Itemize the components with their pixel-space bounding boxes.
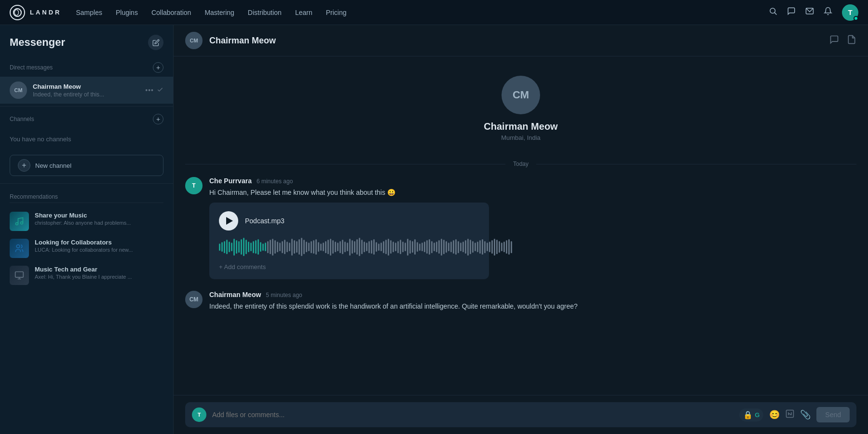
chat-contact-avatar: CM (185, 32, 203, 49)
channels-section-header: Channels + (0, 109, 173, 128)
new-channel-label: New channel (35, 162, 71, 169)
rec-music-tech-preview: Axel: Hi, Thank you Blaine I appreciate … (35, 274, 132, 280)
nav-plugins[interactable]: Plugins (116, 9, 138, 16)
rec-music-tech[interactable]: Music Tech and Gear Axel: Hi, Thank you … (10, 262, 163, 289)
gif-icon[interactable] (786, 409, 794, 420)
chat-header-left: CM Chairman Meow (185, 32, 276, 49)
rec-collaborators[interactable]: Looking for Collaborators LUCA: Looking … (10, 235, 163, 262)
add-dm-button[interactable]: + (153, 62, 163, 73)
dm-name: Chairman Meow (33, 83, 139, 90)
profile-name: Chairman Meow (484, 121, 557, 132)
profile-avatar: CM (502, 76, 540, 114)
plus-circle-icon: + (18, 159, 30, 172)
svg-point-5 (16, 223, 18, 225)
file-icon[interactable] (847, 35, 856, 47)
svg-point-7 (16, 245, 20, 248)
divider (0, 106, 173, 107)
chat-input[interactable] (212, 411, 733, 419)
svg-line-3 (774, 13, 776, 14)
msg-header-1: Che Purrvara 6 minutes ago (209, 177, 856, 185)
input-avatar: T (192, 407, 206, 422)
top-navigation: LANDR Samples Plugins Collaboration Mast… (0, 0, 868, 25)
msg-text-2: Indeed, the entirety of this splendid wo… (209, 301, 856, 312)
rec-thumb-share (10, 212, 29, 231)
waveform (219, 237, 479, 257)
nav-mastering[interactable]: Mastering (204, 9, 234, 16)
msg-sender-2: Chairman Meow (209, 291, 261, 298)
mail-icon[interactable] (805, 7, 814, 18)
grammarly-g-icon: G (755, 411, 760, 419)
direct-messages-section-header: Direct messages + (0, 57, 173, 77)
contact-profile: CM Chairman Meow Mumbai, India (185, 56, 856, 156)
main-layout: Messenger Direct messages + CM Chairman … (0, 25, 868, 434)
chat-body: CM Chairman Meow Mumbai, India Today T C… (174, 56, 868, 395)
chat-input-container: T 🔒 G 😊 📎 Send (185, 402, 856, 427)
rec-thumb-music (10, 266, 29, 285)
message-group-1: T Che Purrvara 6 minutes ago Hi Chairman… (185, 177, 856, 279)
msg-avatar-t: T (185, 177, 203, 194)
nav-learn[interactable]: Learn (295, 9, 312, 16)
audio-player: Podcast.mp3 + Add comments (209, 203, 489, 279)
msg-text-1: Hi Chairman, Please let me know what you… (209, 188, 856, 198)
attachment-icon[interactable]: 📎 (800, 409, 811, 420)
rec-collab-info: Looking for Collaborators LUCA: Looking … (35, 239, 133, 253)
divider-2 (0, 183, 173, 184)
dm-preview: Indeed, the entirety of this... (33, 91, 139, 98)
add-channel-button[interactable]: + (153, 114, 163, 124)
read-receipt-icon (157, 86, 163, 95)
send-button[interactable]: Send (816, 407, 850, 422)
nav-samples[interactable]: Samples (76, 9, 102, 16)
dm-avatar: CM (10, 81, 27, 99)
emoji-icon[interactable]: 😊 (769, 409, 780, 420)
msg-sender-1: Che Purrvara (209, 177, 252, 185)
chat-header-actions (829, 35, 856, 47)
chat-bubble-icon[interactable] (829, 35, 839, 47)
recommendations-title: Recommendations (10, 193, 163, 203)
rec-share-preview: christopher: Also anyone had problems... (35, 220, 131, 226)
msg-content-1: Che Purrvara 6 minutes ago Hi Chairman, … (209, 177, 856, 279)
logo[interactable]: LANDR (10, 5, 62, 20)
input-actions: 🔒 G 😊 📎 Send (739, 407, 850, 422)
compose-button[interactable] (148, 35, 163, 50)
dm-actions: ••• (145, 86, 163, 95)
add-comments-button[interactable]: + Add comments (219, 263, 479, 271)
rec-share-name: Share your Music (35, 212, 131, 219)
rec-share-info: Share your Music christopher: Also anyon… (35, 212, 131, 226)
online-indicator (854, 16, 858, 21)
rec-collab-name: Looking for Collaborators (35, 239, 133, 246)
no-channels-text: You have no channels (0, 128, 173, 150)
svg-rect-8 (15, 272, 24, 278)
sidebar-header: Messenger (0, 25, 173, 57)
bell-icon[interactable] (824, 7, 832, 18)
svg-point-0 (14, 8, 22, 16)
user-avatar[interactable]: T (842, 4, 858, 21)
audio-top: Podcast.mp3 (219, 211, 479, 231)
recommendations-section: Recommendations Share your Music christo… (0, 186, 173, 294)
svg-point-6 (21, 222, 23, 224)
msg-time-1: 6 minutes ago (257, 178, 293, 185)
date-line-left (185, 164, 505, 164)
play-button[interactable] (219, 211, 238, 231)
more-options-icon[interactable]: ••• (145, 86, 154, 94)
profile-location: Mumbai, India (501, 134, 541, 141)
nav-collaboration[interactable]: Collaboration (151, 9, 191, 16)
search-icon[interactable] (769, 7, 777, 18)
play-icon (226, 217, 233, 225)
chat-area: CM Chairman Meow CM Chairman Meow (174, 25, 868, 434)
dm-chairman-meow[interactable]: CM Chairman Meow Indeed, the entirety of… (0, 77, 173, 104)
chat-icon[interactable] (787, 7, 796, 18)
audio-filename: Podcast.mp3 (245, 217, 285, 225)
nav-links: Samples Plugins Collaboration Mastering … (76, 9, 769, 16)
rec-share-music[interactable]: Share your Music christopher: Also anyon… (10, 208, 163, 235)
logo-icon (10, 5, 25, 20)
rec-music-tech-info: Music Tech and Gear Axel: Hi, Thank you … (35, 266, 132, 280)
new-channel-button[interactable]: + New channel (10, 155, 163, 176)
sidebar: Messenger Direct messages + CM Chairman … (0, 25, 174, 434)
message-group-2: CM Chairman Meow 5 minutes ago Indeed, t… (185, 291, 856, 312)
date-divider: Today (185, 156, 856, 177)
grammarly-badge[interactable]: 🔒 G (739, 408, 763, 421)
rec-music-tech-name: Music Tech and Gear (35, 266, 132, 273)
chat-header: CM Chairman Meow (174, 25, 868, 56)
nav-distribution[interactable]: Distribution (248, 9, 282, 16)
nav-pricing[interactable]: Pricing (326, 9, 347, 16)
